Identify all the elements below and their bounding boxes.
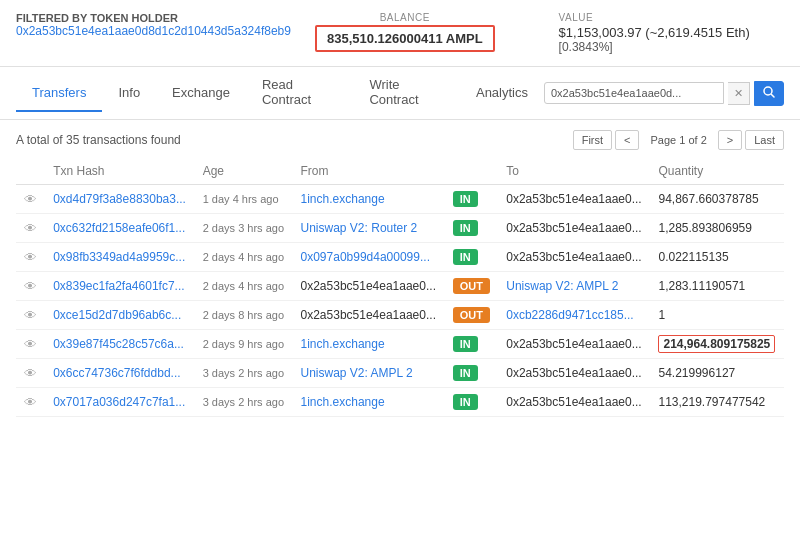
tab-write-contract[interactable]: Write Contract bbox=[353, 67, 460, 119]
age-text: 2 days 9 hrs ago bbox=[203, 338, 284, 350]
direction-badge: IN bbox=[453, 191, 478, 207]
col-to: To bbox=[498, 158, 650, 185]
pagination-controls: First < Page 1 of 2 > Last bbox=[573, 130, 784, 150]
direction-badge: IN bbox=[453, 365, 478, 381]
txn-hash-link[interactable]: 0x7017a036d247c7fa1... bbox=[53, 395, 185, 409]
value-label: VALUE bbox=[559, 12, 750, 23]
filter-clear-button[interactable]: ✕ bbox=[728, 82, 750, 105]
to-address: 0x2a53bc51e4ea1aae0... bbox=[506, 250, 641, 264]
transactions-table: Txn Hash Age From To Quantity 👁0xd4d79f3… bbox=[16, 158, 784, 417]
age-text: 1 day 4 hrs ago bbox=[203, 193, 279, 205]
col-eye bbox=[16, 158, 45, 185]
txn-hash-link[interactable]: 0xd4d79f3a8e8830ba3... bbox=[53, 192, 186, 206]
from-link[interactable]: 0x097a0b99d4a00099... bbox=[301, 250, 430, 264]
col-direction bbox=[445, 158, 499, 185]
direction-badge: OUT bbox=[453, 307, 490, 323]
from-link[interactable]: 1inch.exchange bbox=[301, 395, 385, 409]
eye-icon[interactable]: 👁 bbox=[24, 192, 37, 207]
svg-line-1 bbox=[772, 94, 775, 97]
value-section: VALUE $1,153,003.97 (~2,619.4515 Eth) [0… bbox=[559, 12, 750, 54]
value-usd: $1,153,003.97 (~2,619.4515 Eth) bbox=[559, 25, 750, 40]
col-age: Age bbox=[195, 158, 293, 185]
to-address: 0x2a53bc51e4ea1aae0... bbox=[506, 395, 641, 409]
age-text: 2 days 3 hrs ago bbox=[203, 222, 284, 234]
quantity-highlighted: 214,964.809175825 bbox=[658, 335, 775, 353]
balance-section: BALANCE 835,510.126000411 AMPL bbox=[315, 12, 495, 52]
table-header-row: Txn Hash Age From To Quantity bbox=[16, 158, 784, 185]
table-row: 👁0x7017a036d247c7fa1...3 days 2 hrs ago1… bbox=[16, 388, 784, 417]
filter-input[interactable] bbox=[544, 82, 724, 104]
address-filter: ✕ bbox=[544, 81, 784, 106]
direction-badge: IN bbox=[453, 336, 478, 352]
age-text: 3 days 2 hrs ago bbox=[203, 396, 284, 408]
tab-bar: Transfers Info Exchange Read Contract Wr… bbox=[0, 67, 800, 120]
value-pct: [0.3843%] bbox=[559, 40, 750, 54]
last-page-button[interactable]: Last bbox=[745, 130, 784, 150]
table-row: 👁0xce15d2d7db96ab6c...2 days 8 hrs ago0x… bbox=[16, 301, 784, 330]
txn-hash-link[interactable]: 0xc632fd2158eafe06f1... bbox=[53, 221, 185, 235]
table-row: 👁0x839ec1fa2fa4601fc7...2 days 4 hrs ago… bbox=[16, 272, 784, 301]
quantity-value: 1,285.893806959 bbox=[658, 221, 751, 235]
col-from: From bbox=[293, 158, 445, 185]
total-transactions-label: A total of 35 transactions found bbox=[16, 133, 181, 147]
next-page-button[interactable]: > bbox=[718, 130, 742, 150]
txn-hash-link[interactable]: 0x6cc74736c7f6fddbd... bbox=[53, 366, 180, 380]
first-page-button[interactable]: First bbox=[573, 130, 612, 150]
from-link[interactable]: Uniswap V2: Router 2 bbox=[301, 221, 418, 235]
tab-analytics[interactable]: Analytics bbox=[460, 75, 544, 112]
direction-badge: IN bbox=[453, 249, 478, 265]
from-link[interactable]: 1inch.exchange bbox=[301, 192, 385, 206]
transactions-section: A total of 35 transactions found First <… bbox=[0, 120, 800, 427]
eye-icon[interactable]: 👁 bbox=[24, 395, 37, 410]
to-address: 0x2a53bc51e4ea1aae0... bbox=[506, 221, 641, 235]
table-row: 👁0x39e87f45c28c57c6a...2 days 9 hrs ago1… bbox=[16, 330, 784, 359]
direction-badge: IN bbox=[453, 394, 478, 410]
search-icon bbox=[763, 86, 775, 98]
tab-exchange[interactable]: Exchange bbox=[156, 75, 246, 112]
age-text: 2 days 4 hrs ago bbox=[203, 280, 284, 292]
txn-hash-link[interactable]: 0x839ec1fa2fa4601fc7... bbox=[53, 279, 184, 293]
filter-info: FILTERED BY TOKEN HOLDER 0x2a53bc51e4ea1… bbox=[16, 12, 291, 38]
age-text: 3 days 2 hrs ago bbox=[203, 367, 284, 379]
quantity-value: 113,219.797477542 bbox=[658, 395, 765, 409]
from-address: 0x2a53bc51e4ea1aae0... bbox=[301, 308, 436, 322]
txn-hash-link[interactable]: 0xce15d2d7db96ab6c... bbox=[53, 308, 181, 322]
eye-icon[interactable]: 👁 bbox=[24, 366, 37, 381]
direction-badge: OUT bbox=[453, 278, 490, 294]
from-address: 0x2a53bc51e4ea1aae0... bbox=[301, 279, 436, 293]
tab-transfers[interactable]: Transfers bbox=[16, 75, 102, 112]
to-link[interactable]: Uniswap V2: AMPL 2 bbox=[506, 279, 618, 293]
quantity-value: 1 bbox=[658, 308, 665, 322]
quantity-value: 94,867.660378785 bbox=[658, 192, 758, 206]
table-row: 👁0xc632fd2158eafe06f1...2 days 3 hrs ago… bbox=[16, 214, 784, 243]
prev-page-button[interactable]: < bbox=[615, 130, 639, 150]
eye-icon[interactable]: 👁 bbox=[24, 221, 37, 236]
svg-point-0 bbox=[764, 87, 772, 95]
col-txn-hash: Txn Hash bbox=[45, 158, 195, 185]
balance-label: BALANCE bbox=[380, 12, 430, 23]
quantity-value: 1,283.11190571 bbox=[658, 279, 745, 293]
age-text: 2 days 4 hrs ago bbox=[203, 251, 284, 263]
balance-value: 835,510.126000411 AMPL bbox=[315, 25, 495, 52]
from-link[interactable]: Uniswap V2: AMPL 2 bbox=[301, 366, 413, 380]
page-info: Page 1 of 2 bbox=[642, 131, 714, 149]
eye-icon[interactable]: 👁 bbox=[24, 308, 37, 323]
col-quantity: Quantity bbox=[650, 158, 784, 185]
holder-address-link[interactable]: 0x2a53bc51e4ea1aae0d8d1c2d10443d5a324f8e… bbox=[16, 24, 291, 38]
eye-icon[interactable]: 👁 bbox=[24, 279, 37, 294]
txn-hash-link[interactable]: 0x98fb3349ad4a9959c... bbox=[53, 250, 185, 264]
filter-search-button[interactable] bbox=[754, 81, 784, 106]
page-header: FILTERED BY TOKEN HOLDER 0x2a53bc51e4ea1… bbox=[0, 0, 800, 67]
eye-icon[interactable]: 👁 bbox=[24, 250, 37, 265]
quantity-value: 54.219996127 bbox=[658, 366, 735, 380]
age-text: 2 days 8 hrs ago bbox=[203, 309, 284, 321]
table-row: 👁0x6cc74736c7f6fddbd...3 days 2 hrs agoU… bbox=[16, 359, 784, 388]
tab-info[interactable]: Info bbox=[102, 75, 156, 112]
eye-icon[interactable]: 👁 bbox=[24, 337, 37, 352]
txn-hash-link[interactable]: 0x39e87f45c28c57c6a... bbox=[53, 337, 184, 351]
quantity-value: 0.022115135 bbox=[658, 250, 728, 264]
to-address: 0x2a53bc51e4ea1aae0... bbox=[506, 192, 641, 206]
to-link[interactable]: 0xcb2286d9471cc185... bbox=[506, 308, 633, 322]
tab-read-contract[interactable]: Read Contract bbox=[246, 67, 353, 119]
from-link[interactable]: 1inch.exchange bbox=[301, 337, 385, 351]
